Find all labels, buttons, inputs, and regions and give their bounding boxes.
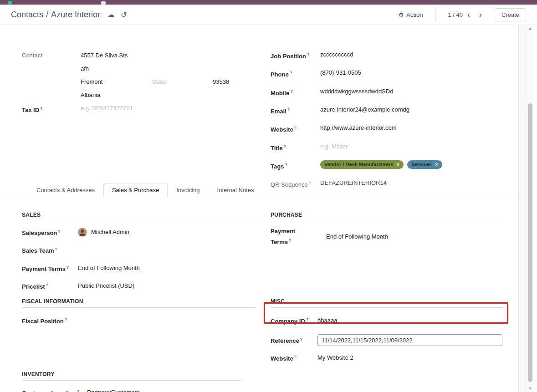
job-position-field[interactable]: zcccccccccd: [320, 50, 353, 59]
customer-location-field[interactable]: Partners/Customers: [87, 388, 140, 392]
pager-count: 1 / 40: [448, 11, 463, 18]
sales-team-row: Sales Team?: [22, 244, 256, 255]
help-icon: ?: [55, 247, 58, 251]
help-icon: ?: [285, 163, 287, 167]
tab-contacts-addresses[interactable]: Contacts & Addresses: [28, 183, 103, 197]
purchase-payment-terms-row: Payment Terms? End of Following Month: [271, 227, 502, 247]
title-field[interactable]: e.g. Mister: [320, 142, 348, 151]
sales-payment-terms-field[interactable]: End of Following Month: [78, 264, 140, 273]
phone-field[interactable]: (870)-931-0505: [320, 68, 361, 77]
country-row: Albania: [22, 91, 256, 100]
purchase-heading: PURCHASE: [271, 212, 502, 221]
tax-id-row: Tax ID? e.g. BE0477472701: [22, 104, 256, 115]
top-navbar: [0, 0, 537, 5]
help-icon: ?: [58, 229, 61, 234]
breadcrumb-contacts-link[interactable]: Contacts: [11, 10, 43, 20]
street-row: Contact 4557 De Silva Sts: [22, 51, 256, 60]
tag-label: Vendor / Desk Manufacturers: [324, 160, 394, 169]
tag-remove-icon[interactable]: ×: [397, 160, 399, 169]
tag-services[interactable]: Services×: [407, 160, 442, 169]
field-label-tags: Tags?: [271, 160, 320, 171]
breadcrumb-record-name: Azure Interior: [51, 10, 100, 20]
zip-field[interactable]: 93538: [213, 77, 229, 87]
tags-field[interactable]: Vendor / Desk Manufacturers× Services×: [320, 160, 442, 169]
field-label-website: Website?: [271, 123, 320, 134]
breadcrumb-separator: /: [46, 10, 48, 20]
fiscal-position-row: Fiscal Position?: [22, 315, 256, 326]
company-id-field[interactable]: hhaaaa: [317, 316, 337, 325]
scrollbar-thumb[interactable]: [528, 103, 532, 382]
help-icon: ?: [306, 317, 309, 322]
salesperson-field[interactable]: Mitchell Admin: [78, 228, 129, 237]
mobile-field[interactable]: wddddwkggwssssdwddSDd: [320, 87, 393, 96]
field-label-title: Title?: [271, 142, 320, 153]
street2-row: afn: [22, 64, 256, 73]
city-row: Fremont State 93538: [22, 77, 256, 87]
pricelist-field[interactable]: Public Pricelist (USD): [78, 281, 134, 290]
discard-undo-icon[interactable]: ↺: [121, 10, 127, 19]
sales-heading: SALES: [22, 212, 256, 221]
notebook-tabbar: Contacts & Addresses Sales & Purchase In…: [8, 182, 518, 197]
pager-next-button[interactable]: ›: [475, 10, 486, 19]
help-icon: ?: [287, 107, 290, 112]
action-menu-button[interactable]: ⚙ Action: [399, 11, 423, 18]
scroll-down-icon[interactable]: ▼: [527, 387, 534, 391]
tax-id-field[interactable]: e.g. BE0477472701: [81, 104, 133, 113]
apps-menu-icon[interactable]: [8, 1, 12, 5]
email-field[interactable]: azure.Interior24@example.comdg: [320, 105, 409, 114]
messaging-icon[interactable]: [101, 1, 106, 5]
help-icon: ?: [284, 144, 286, 149]
field-label-company-id: Company ID?: [271, 315, 317, 326]
website-row: Website? http://www.azure-interior.com: [271, 123, 507, 134]
field-label-salesperson: Salesperson?: [22, 227, 78, 238]
tag-vendor-desk-manufacturers[interactable]: Vendor / Desk Manufacturers×: [320, 160, 404, 169]
reference-input[interactable]: [317, 334, 502, 346]
record-pager: 1 / 40 ‹ ›: [435, 8, 486, 21]
help-icon: ?: [65, 317, 67, 322]
street2-field[interactable]: afn: [81, 64, 89, 73]
create-button[interactable]: Create: [495, 8, 526, 21]
website-field[interactable]: http://www.azure-interior.com: [320, 123, 397, 132]
pager-previous-button[interactable]: ‹: [463, 10, 475, 19]
field-label-email: Email?: [271, 105, 320, 116]
tab-internal-notes[interactable]: Internal Notes: [209, 183, 263, 197]
help-icon: ?: [307, 52, 310, 57]
vertical-scrollbar[interactable]: ▲ ▼: [526, 25, 533, 392]
help-icon: ?: [46, 283, 49, 287]
address-column: Contact 4557 De Silva Sts afn Fremont St…: [22, 51, 256, 119]
tags-row: Tags? Vendor / Desk Manufacturers× Servi…: [271, 160, 507, 171]
help-icon: ?: [290, 71, 292, 75]
field-label-purchase-payment-terms: Payment Terms?: [271, 227, 317, 247]
reference-row: Reference?: [271, 334, 502, 346]
tab-sales-purchase[interactable]: Sales & Purchase: [103, 183, 168, 197]
scroll-up-icon[interactable]: ▲: [527, 26, 534, 31]
breadcrumb: Contacts / Azure Interior ☁ ↺: [11, 10, 127, 20]
control-panel: Contacts / Azure Interior ☁ ↺ ⚙ Action 1…: [0, 5, 537, 25]
job-position-row: Job Position? zcccccccccd: [271, 50, 507, 61]
sales-payment-terms-row: Payment Terms? End of Following Month: [22, 263, 256, 274]
street-field[interactable]: 4557 De Silva Sts: [81, 51, 128, 60]
contact-details-column: Job Position? zcccccccccd Phone? (870)-9…: [271, 50, 507, 197]
field-label-contact: Contact: [22, 51, 81, 60]
mobile-row: Mobile? wddddwkggwssssdwddSDd: [271, 87, 507, 98]
customer-location-row: Customer Location? Partners/Customers: [22, 387, 241, 392]
misc-heading: MISC: [271, 298, 502, 308]
inventory-section: INVENTORY Customer Location? Partners/Cu…: [22, 371, 241, 392]
country-field[interactable]: Albania: [81, 91, 100, 100]
field-label-payment-terms: Payment Terms?: [22, 263, 78, 274]
help-icon: ?: [294, 355, 297, 359]
field-label-phone: Phone?: [271, 68, 320, 79]
tag-remove-icon[interactable]: ×: [435, 160, 438, 169]
misc-website-field[interactable]: My Website 2: [317, 353, 353, 362]
pricelist-row: Pricelist? Public Pricelist (USD): [22, 280, 256, 291]
field-label-mobile: Mobile?: [271, 87, 320, 98]
state-field[interactable]: State: [152, 77, 213, 87]
purchase-payment-terms-field[interactable]: End of Following Month: [326, 232, 388, 241]
action-menu-label: Action: [406, 11, 423, 18]
email-row: Email? azure.Interior24@example.comdg: [271, 105, 507, 116]
city-field[interactable]: Fremont: [81, 77, 152, 87]
save-cloud-icon[interactable]: ☁: [107, 10, 114, 19]
field-label-customer-location: Customer Location?: [22, 387, 87, 392]
purchase-section: PURCHASE Payment Terms? End of Following…: [271, 212, 502, 247]
tab-invoicing[interactable]: Invoicing: [168, 183, 208, 197]
